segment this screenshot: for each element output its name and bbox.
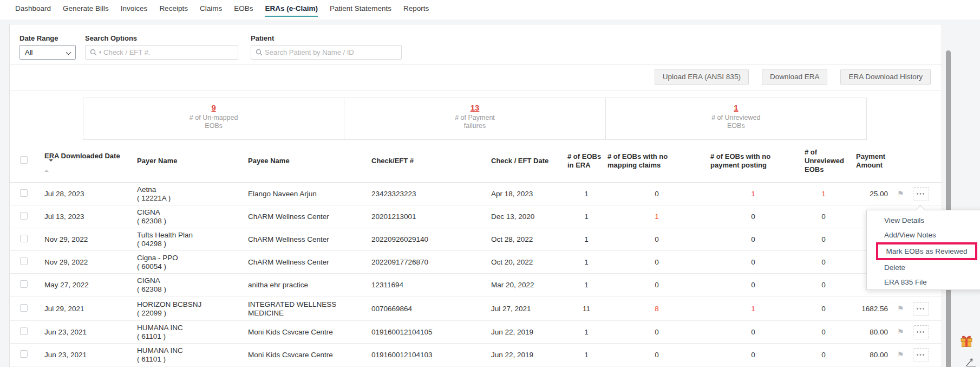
tab-eobs[interactable]: EOBs: [234, 4, 253, 16]
row-checkbox[interactable]: [20, 189, 28, 197]
row-actions-button[interactable]: •••: [913, 187, 929, 201]
menu-item-view-details[interactable]: View Details: [867, 213, 980, 228]
table-row[interactable]: Jul 29, 2021 HORIZON BCBSNJ( 22099 ) INT…: [10, 297, 942, 321]
unreviewed-eobs-cell: 0: [798, 213, 849, 221]
row-actions-button[interactable]: •••: [913, 302, 929, 316]
stat-failures-value-link[interactable]: 13: [471, 103, 480, 112]
stat-unmapped-value-link[interactable]: 9: [211, 103, 215, 112]
tab-patient-statements[interactable]: Patient Statements: [330, 4, 391, 16]
unreviewed-eobs-cell: 0: [798, 328, 849, 337]
eobs-no-posting-cell: 0: [708, 328, 798, 337]
menu-item-era-835-file[interactable]: ERA 835 File: [867, 275, 980, 289]
menu-item-add-view-notes[interactable]: Add/View Notes: [867, 228, 980, 242]
header-check-eft: Check/EFT #: [371, 157, 491, 165]
eobs-no-mapping-cell: 1: [605, 213, 708, 221]
table-row[interactable]: Nov 29, 2022 Tufts Health Plan( 04298 ) …: [10, 228, 942, 251]
stat-failures-label: # of Paymentfailures: [344, 114, 605, 130]
eobs-in-era-cell: 1: [567, 351, 605, 359]
check-eft-number-cell: 23423323223: [371, 190, 491, 198]
eobs-no-mapping-cell: 0: [605, 190, 708, 198]
payer-name-cell: CIGNA( 62308 ): [137, 276, 248, 294]
check-eft-number-cell: 019160012104103: [371, 351, 491, 359]
flag-icon[interactable]: ⚑: [897, 350, 904, 359]
era-downloaded-date-cell: Nov 29, 2022: [44, 258, 137, 267]
upload-era-button[interactable]: Upload ERA (ANSI 835): [655, 69, 749, 85]
payer-name-cell: CIGNA( 62308 ): [137, 208, 248, 226]
check-eft-search-input[interactable]: [103, 48, 238, 56]
check-eft-date-cell: Dec 13, 2020: [491, 213, 567, 221]
stat-unreviewed-value-link[interactable]: 1: [734, 103, 738, 112]
check-eft-date-cell: Jun 22, 2019: [491, 328, 567, 337]
table-row[interactable]: Nov 29, 2022 Cigna - PPO( 60054 ) ChARM …: [10, 251, 942, 274]
table-row[interactable]: Jul 13, 2023 CIGNA( 62308 ) ChARM Wellne…: [10, 205, 942, 228]
table-row[interactable]: Jun 23, 2021 HUMANA INC( 61101 ) Moni Ki…: [10, 321, 942, 344]
date-range-label: Date Range: [19, 34, 58, 42]
header-eobs-in-era: # of EOBs in ERA: [567, 152, 605, 170]
select-all-checkbox[interactable]: [20, 156, 28, 164]
eobs-no-mapping-cell: 0: [605, 281, 708, 289]
stat-unmapped-label: # of Un-mappedEOBs: [83, 114, 344, 130]
row-context-menu: View Details Add/View Notes Mark EOBs as…: [866, 210, 980, 290]
unreviewed-eobs-cell: 0: [798, 235, 849, 244]
menu-item-delete[interactable]: Delete: [867, 260, 980, 275]
search-type-caret-icon[interactable]: ▾: [99, 50, 101, 55]
eobs-in-era-cell: 1: [567, 213, 605, 221]
unreviewed-eobs-cell: 1: [798, 190, 849, 198]
stat-unmapped-eobs: 9 # of Un-mappedEOBs: [83, 98, 344, 140]
row-checkbox[interactable]: [20, 257, 28, 265]
flag-icon[interactable]: ⚑: [897, 327, 904, 336]
check-eft-number-cell: 12311694: [371, 281, 491, 289]
date-range-select[interactable]: All: [19, 45, 76, 60]
row-checkbox[interactable]: [20, 327, 28, 335]
table-row[interactable]: Jul 28, 2023 Aetna( 12221A ) Elango Nave…: [10, 183, 942, 205]
tab-dashboard[interactable]: Dashboard: [15, 4, 51, 16]
payer-name-cell: HORIZON BCBSNJ( 22099 ): [137, 300, 248, 318]
stats-summary: 9 # of Un-mappedEOBs 13 # of Paymentfail…: [83, 98, 867, 140]
eobs-no-mapping-cell: 8: [605, 305, 708, 313]
row-checkbox[interactable]: [20, 280, 28, 288]
unreviewed-eobs-cell: 0: [798, 305, 849, 313]
payment-amount-cell: 80.00: [849, 351, 888, 359]
tab-invoices[interactable]: Invoices: [121, 4, 148, 16]
unreviewed-eobs-cell: 0: [798, 281, 849, 289]
era-downloaded-date-cell: Jul 28, 2023: [44, 190, 137, 198]
era-download-history-button[interactable]: ERA Download History: [840, 69, 931, 85]
eobs-in-era-cell: 1: [567, 328, 605, 337]
tab-receipts[interactable]: Receipts: [159, 4, 188, 16]
eobs-no-posting-cell: 1: [708, 190, 798, 198]
tab-claims[interactable]: Claims: [200, 4, 222, 16]
action-toolbar: Upload ERA (ANSI 835) Download ERA ERA D…: [655, 69, 931, 85]
download-era-button[interactable]: Download ERA: [762, 69, 828, 85]
row-actions-button[interactable]: •••: [913, 325, 929, 339]
table-row[interactable]: May 27, 2022 CIGNA( 62308 ) anitha ehr p…: [10, 274, 942, 297]
row-actions-button[interactable]: •••: [913, 348, 929, 362]
row-checkbox[interactable]: [20, 212, 28, 220]
eobs-no-mapping-cell: 0: [605, 351, 708, 359]
divider: [10, 91, 942, 91]
payment-amount-cell: 80.00: [849, 328, 888, 337]
era-list-panel: Date Range Search Options Patient All ▾ …: [9, 24, 942, 367]
vertical-scrollbar-thumb[interactable]: [946, 50, 951, 367]
header-era-downloaded-date[interactable]: ERA Downloaded Date: [44, 152, 137, 170]
check-eft-date-cell: Jun 22, 2019: [491, 351, 567, 359]
row-checkbox[interactable]: [20, 350, 28, 358]
eobs-in-era-cell: 1: [567, 235, 605, 244]
payee-name-cell: Moni Kids Csvcare Centre: [248, 351, 371, 359]
menu-item-mark-eobs-reviewed[interactable]: Mark EOBs as Reviewed: [876, 242, 977, 260]
tab-eras-eclaim[interactable]: ERAs (e-Claim): [265, 4, 318, 17]
eobs-in-era-cell: 11: [567, 305, 605, 313]
row-checkbox[interactable]: [20, 304, 28, 312]
tab-generate-bills[interactable]: Generate Bills: [63, 4, 109, 16]
pen-icon[interactable]: [965, 357, 977, 367]
flag-icon[interactable]: ⚑: [897, 304, 904, 313]
flag-icon[interactable]: ⚑: [897, 189, 904, 198]
era-downloaded-date-cell: Jun 23, 2021: [44, 328, 137, 337]
row-checkbox[interactable]: [20, 235, 28, 242]
payer-name-cell: HUMANA INC( 61101 ): [137, 346, 248, 364]
tab-reports[interactable]: Reports: [403, 4, 429, 16]
table-row[interactable]: Jun 23, 2021 HUMANA INC( 61101 ) Moni Ki…: [10, 344, 942, 366]
sort-indicator-icon[interactable]: [44, 162, 137, 170]
date-range-value: All: [25, 48, 32, 56]
gift-icon[interactable]: [959, 334, 974, 350]
patient-search-input[interactable]: [265, 48, 401, 56]
